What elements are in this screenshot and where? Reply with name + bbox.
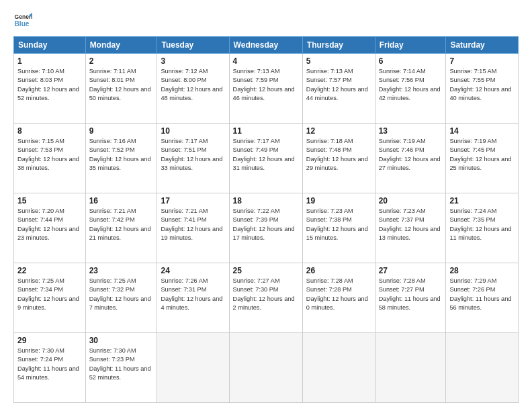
calendar-cell <box>302 333 375 403</box>
svg-text:Blue: Blue <box>15 20 30 28</box>
day-info: Sunrise: 7:18 AM Sunset: 7:48 PM Dayligh… <box>306 137 371 173</box>
day-number: 20 <box>379 196 443 205</box>
day-number: 4 <box>233 56 299 66</box>
day-info: Sunrise: 7:12 AM Sunset: 8:00 PM Dayligh… <box>161 67 225 103</box>
day-info: Sunrise: 7:25 AM Sunset: 7:34 PM Dayligh… <box>17 277 82 312</box>
day-number: 25 <box>233 266 299 275</box>
calendar-cell: 17 Sunrise: 7:21 AM Sunset: 7:41 PM Dayl… <box>157 193 229 263</box>
calendar-cell: 6 Sunrise: 7:14 AM Sunset: 7:56 PM Dayli… <box>375 54 446 124</box>
col-header-thursday: Thursday <box>302 37 375 54</box>
col-header-sunday: Sunday <box>14 37 86 54</box>
day-info: Sunrise: 7:14 AM Sunset: 7:56 PM Dayligh… <box>379 67 443 103</box>
calendar-cell <box>157 333 229 403</box>
day-number: 26 <box>306 266 371 275</box>
calendar-cell: 11 Sunrise: 7:17 AM Sunset: 7:49 PM Dayl… <box>229 124 302 193</box>
calendar-cell: 19 Sunrise: 7:23 AM Sunset: 7:38 PM Dayl… <box>302 193 375 263</box>
calendar-cell: 3 Sunrise: 7:12 AM Sunset: 8:00 PM Dayli… <box>157 54 229 124</box>
day-number: 22 <box>17 266 82 275</box>
day-info: Sunrise: 7:30 AM Sunset: 7:24 PM Dayligh… <box>17 347 82 382</box>
day-number: 16 <box>89 196 154 205</box>
calendar-table: SundayMondayTuesdayWednesdayThursdayFrid… <box>13 36 519 403</box>
day-info: Sunrise: 7:26 AM Sunset: 7:31 PM Dayligh… <box>161 277 225 312</box>
day-number: 19 <box>306 196 371 205</box>
day-info: Sunrise: 7:15 AM Sunset: 7:55 PM Dayligh… <box>449 67 515 103</box>
day-number: 8 <box>17 126 82 136</box>
day-info: Sunrise: 7:16 AM Sunset: 7:52 PM Dayligh… <box>89 137 154 173</box>
calendar-cell <box>229 333 302 403</box>
day-number: 12 <box>306 126 371 136</box>
day-number: 17 <box>161 196 225 205</box>
day-number: 3 <box>161 56 225 66</box>
day-number: 23 <box>89 266 154 275</box>
col-header-wednesday: Wednesday <box>229 37 302 54</box>
logo: General Blue <box>13 11 32 30</box>
day-number: 10 <box>161 126 225 136</box>
calendar-cell: 28 Sunrise: 7:29 AM Sunset: 7:26 PM Dayl… <box>446 263 519 333</box>
day-info: Sunrise: 7:25 AM Sunset: 7:32 PM Dayligh… <box>89 277 154 312</box>
calendar-cell: 14 Sunrise: 7:19 AM Sunset: 7:45 PM Dayl… <box>446 124 519 193</box>
day-info: Sunrise: 7:22 AM Sunset: 7:39 PM Dayligh… <box>233 207 299 242</box>
calendar-cell: 22 Sunrise: 7:25 AM Sunset: 7:34 PM Dayl… <box>14 263 86 333</box>
day-info: Sunrise: 7:17 AM Sunset: 7:51 PM Dayligh… <box>161 137 225 173</box>
calendar-cell: 24 Sunrise: 7:26 AM Sunset: 7:31 PM Dayl… <box>157 263 229 333</box>
day-info: Sunrise: 7:23 AM Sunset: 7:37 PM Dayligh… <box>379 207 443 242</box>
col-header-friday: Friday <box>375 37 446 54</box>
calendar-cell: 23 Sunrise: 7:25 AM Sunset: 7:32 PM Dayl… <box>85 263 157 333</box>
calendar-cell: 20 Sunrise: 7:23 AM Sunset: 7:37 PM Dayl… <box>375 193 446 263</box>
day-number: 15 <box>17 196 82 205</box>
day-info: Sunrise: 7:13 AM Sunset: 7:59 PM Dayligh… <box>233 67 299 103</box>
day-info: Sunrise: 7:21 AM Sunset: 7:41 PM Dayligh… <box>161 207 225 242</box>
calendar-cell: 26 Sunrise: 7:28 AM Sunset: 7:28 PM Dayl… <box>302 263 375 333</box>
calendar-cell: 5 Sunrise: 7:13 AM Sunset: 7:57 PM Dayli… <box>302 54 375 124</box>
day-info: Sunrise: 7:28 AM Sunset: 7:27 PM Dayligh… <box>379 277 443 312</box>
col-header-saturday: Saturday <box>446 37 519 54</box>
calendar-cell: 10 Sunrise: 7:17 AM Sunset: 7:51 PM Dayl… <box>157 124 229 193</box>
day-number: 24 <box>161 266 225 275</box>
day-number: 29 <box>17 336 82 345</box>
day-info: Sunrise: 7:27 AM Sunset: 7:30 PM Dayligh… <box>233 277 299 312</box>
day-info: Sunrise: 7:19 AM Sunset: 7:45 PM Dayligh… <box>449 137 515 173</box>
calendar-cell: 8 Sunrise: 7:15 AM Sunset: 7:53 PM Dayli… <box>14 124 86 193</box>
day-number: 11 <box>233 126 299 136</box>
calendar-cell: 15 Sunrise: 7:20 AM Sunset: 7:44 PM Dayl… <box>14 193 86 263</box>
calendar-cell <box>446 333 519 403</box>
logo-icon: General Blue <box>13 11 32 30</box>
day-number: 13 <box>379 126 443 136</box>
col-header-monday: Monday <box>85 37 157 54</box>
day-info: Sunrise: 7:24 AM Sunset: 7:35 PM Dayligh… <box>449 207 515 242</box>
calendar-cell: 13 Sunrise: 7:19 AM Sunset: 7:46 PM Dayl… <box>375 124 446 193</box>
calendar-cell: 2 Sunrise: 7:11 AM Sunset: 8:01 PM Dayli… <box>85 54 157 124</box>
day-number: 7 <box>449 56 515 66</box>
day-info: Sunrise: 7:13 AM Sunset: 7:57 PM Dayligh… <box>306 67 371 103</box>
day-info: Sunrise: 7:21 AM Sunset: 7:42 PM Dayligh… <box>89 207 154 242</box>
day-number: 5 <box>306 56 371 66</box>
day-info: Sunrise: 7:28 AM Sunset: 7:28 PM Dayligh… <box>306 277 371 312</box>
day-info: Sunrise: 7:10 AM Sunset: 8:03 PM Dayligh… <box>17 67 82 103</box>
calendar-cell: 25 Sunrise: 7:27 AM Sunset: 7:30 PM Dayl… <box>229 263 302 333</box>
calendar-cell: 1 Sunrise: 7:10 AM Sunset: 8:03 PM Dayli… <box>14 54 86 124</box>
day-number: 9 <box>89 126 154 136</box>
day-info: Sunrise: 7:23 AM Sunset: 7:38 PM Dayligh… <box>306 207 371 242</box>
calendar-cell: 29 Sunrise: 7:30 AM Sunset: 7:24 PM Dayl… <box>14 333 86 403</box>
day-number: 6 <box>379 56 443 66</box>
day-number: 2 <box>89 56 154 66</box>
day-info: Sunrise: 7:11 AM Sunset: 8:01 PM Dayligh… <box>89 67 154 103</box>
day-number: 21 <box>449 196 515 205</box>
day-info: Sunrise: 7:30 AM Sunset: 7:23 PM Dayligh… <box>89 347 154 382</box>
day-info: Sunrise: 7:20 AM Sunset: 7:44 PM Dayligh… <box>17 207 82 242</box>
day-number: 28 <box>449 266 515 275</box>
calendar-cell: 21 Sunrise: 7:24 AM Sunset: 7:35 PM Dayl… <box>446 193 519 263</box>
calendar-cell: 7 Sunrise: 7:15 AM Sunset: 7:55 PM Dayli… <box>446 54 519 124</box>
calendar-cell <box>375 333 446 403</box>
calendar-cell: 18 Sunrise: 7:22 AM Sunset: 7:39 PM Dayl… <box>229 193 302 263</box>
calendar-cell: 4 Sunrise: 7:13 AM Sunset: 7:59 PM Dayli… <box>229 54 302 124</box>
calendar-cell: 9 Sunrise: 7:16 AM Sunset: 7:52 PM Dayli… <box>85 124 157 193</box>
day-info: Sunrise: 7:19 AM Sunset: 7:46 PM Dayligh… <box>379 137 443 173</box>
day-number: 18 <box>233 196 299 205</box>
day-number: 27 <box>379 266 443 275</box>
calendar-cell: 16 Sunrise: 7:21 AM Sunset: 7:42 PM Dayl… <box>85 193 157 263</box>
calendar-cell: 30 Sunrise: 7:30 AM Sunset: 7:23 PM Dayl… <box>85 333 157 403</box>
day-info: Sunrise: 7:29 AM Sunset: 7:26 PM Dayligh… <box>449 277 515 312</box>
day-info: Sunrise: 7:15 AM Sunset: 7:53 PM Dayligh… <box>17 137 82 173</box>
col-header-tuesday: Tuesday <box>157 37 229 54</box>
